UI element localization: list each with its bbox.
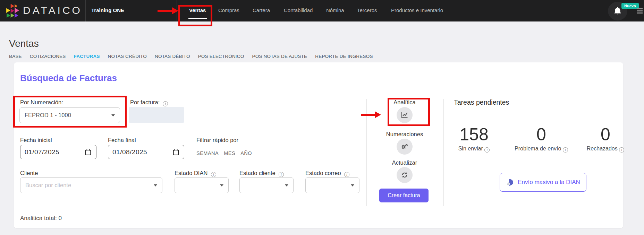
actualizar-button[interactable] xyxy=(397,167,413,183)
chevron-down-icon xyxy=(220,184,223,186)
quick-filter-semana[interactable]: SEMANA xyxy=(196,150,219,156)
cliente-select[interactable]: Buscar por cliente xyxy=(20,177,162,193)
fecha-inicial-label: Fecha inicial xyxy=(20,137,52,143)
section-tabs: BASE COTIZACIONES FACTURAS NOTAS CRÉDITO… xyxy=(9,54,373,59)
chevron-down-icon xyxy=(285,184,288,186)
card-footer-divider xyxy=(14,208,623,208)
navbar-divider xyxy=(85,0,86,21)
estado-correo-label: Estado correo i xyxy=(305,170,349,177)
quick-filter-mes[interactable]: MES xyxy=(224,150,235,156)
annotation-arrow-nav xyxy=(158,10,173,12)
nav-item-contabilidad[interactable]: Contabilidad xyxy=(284,7,313,13)
envio-masivo-dian-button[interactable]: Envío masivo a la DIAN xyxy=(500,173,586,192)
gears-icon xyxy=(400,142,409,151)
stat-rechazados: 0 Rechazados i xyxy=(574,125,637,153)
annotation-box-analitica xyxy=(388,98,430,126)
info-icon[interactable]: i xyxy=(563,147,568,153)
actualizar-label: Actualizar xyxy=(370,159,439,166)
nav-item-productos[interactable]: Productos e Inventario xyxy=(391,7,443,13)
annotation-box-ventas xyxy=(178,5,212,26)
info-icon[interactable]: i xyxy=(211,172,216,177)
tab-pos-electronico[interactable]: POS ELECTRÓNICO xyxy=(198,54,244,59)
calendar-icon[interactable] xyxy=(172,148,180,156)
dataico-logo[interactable] xyxy=(5,3,21,18)
tab-reporte-de-ingresos[interactable]: REPORTE DE INGRESOS xyxy=(315,54,373,59)
menu-icon[interactable] xyxy=(637,8,643,15)
estado-dian-select[interactable] xyxy=(175,177,229,193)
tab-notas-debito[interactable]: NOTAS DÉBITO xyxy=(155,54,190,59)
stat-problema-envio: 0 Problema de envío i xyxy=(510,125,573,153)
annotation-arrowhead-nav xyxy=(172,7,178,14)
refresh-icon xyxy=(400,171,409,179)
numeraciones-button[interactable] xyxy=(397,139,413,155)
factura-input[interactable] xyxy=(129,107,184,123)
nav-item-cartera[interactable]: Cartera xyxy=(253,7,270,13)
brand-wordmark: DATAICO xyxy=(23,5,82,16)
stat-value: 0 xyxy=(574,125,637,144)
annotation-arrow-analitica xyxy=(361,114,375,116)
dian-logo-icon xyxy=(506,178,514,186)
fecha-inicial-input[interactable]: 01/07/2025 xyxy=(20,145,96,159)
factura-label: Por factura: i xyxy=(130,99,168,106)
new-badge: Nuevo xyxy=(621,3,639,9)
info-icon[interactable]: i xyxy=(619,147,624,153)
stat-value: 158 xyxy=(443,125,505,144)
tab-facturas[interactable]: FACTURAS xyxy=(74,54,100,59)
annotation-box-numeracion xyxy=(13,96,127,128)
info-icon[interactable]: i xyxy=(344,172,349,177)
page-title: Ventas xyxy=(9,38,39,49)
quick-filter-label: Filtrar rápido por xyxy=(196,137,238,143)
tab-base[interactable]: BASE xyxy=(9,54,22,59)
analitica-total-text: Analitica total: 0 xyxy=(20,215,62,222)
info-icon[interactable]: i xyxy=(163,101,168,106)
card-divider xyxy=(443,99,444,206)
stat-label: Problema de envío i xyxy=(510,146,573,153)
stat-sin-enviar: 158 Sin enviar i xyxy=(443,125,505,153)
quick-filter-ano[interactable]: AÑO xyxy=(240,150,252,156)
numeraciones-label: Numeraciones xyxy=(370,131,439,138)
stat-value: 0 xyxy=(510,125,573,144)
tab-cotizaciones[interactable]: COTIZACIONES xyxy=(30,54,66,59)
estado-cliente-select[interactable] xyxy=(239,177,294,193)
estado-cliente-label: Estado cliente i xyxy=(239,170,284,177)
company-selector[interactable]: Training ONE xyxy=(91,7,124,13)
chevron-down-icon xyxy=(154,184,157,186)
estado-dian-label: Estado DIAN i xyxy=(175,170,216,177)
tab-pos-notas-de-ajuste[interactable]: POS NOTAS DE AJUSTE xyxy=(252,54,307,59)
nav-item-nomina[interactable]: Nómina xyxy=(326,7,344,13)
info-icon[interactable]: i xyxy=(279,172,284,177)
quick-filter-options: SEMANA MES AÑO xyxy=(196,150,252,156)
tab-notas-credito[interactable]: NOTAS CRÉDITO xyxy=(108,54,147,59)
navbar: DATAICO Training ONE Ventas Compras Cart… xyxy=(0,0,644,21)
stat-label: Rechazados i xyxy=(574,146,637,153)
card-title: Búsqueda de Facturas xyxy=(20,73,117,84)
cliente-label: Cliente xyxy=(20,170,38,176)
estado-correo-select[interactable] xyxy=(305,177,359,193)
cliente-placeholder: Buscar por cliente xyxy=(25,182,71,189)
stat-label: Sin enviar i xyxy=(443,146,505,153)
chevron-down-icon xyxy=(351,184,354,186)
nav-item-terceros[interactable]: Terceros xyxy=(357,7,377,13)
annotation-arrowhead-analitica xyxy=(375,111,381,118)
info-icon[interactable]: i xyxy=(484,147,490,153)
fecha-final-input[interactable]: 01/08/2025 xyxy=(108,145,184,159)
fecha-final-label: Fecha final xyxy=(108,137,136,143)
crear-factura-button[interactable]: Crear factura xyxy=(379,189,429,202)
tareas-pendientes-title: Tareas pendientes xyxy=(454,98,509,106)
calendar-icon[interactable] xyxy=(84,148,92,156)
nav-item-compras[interactable]: Compras xyxy=(218,7,239,13)
